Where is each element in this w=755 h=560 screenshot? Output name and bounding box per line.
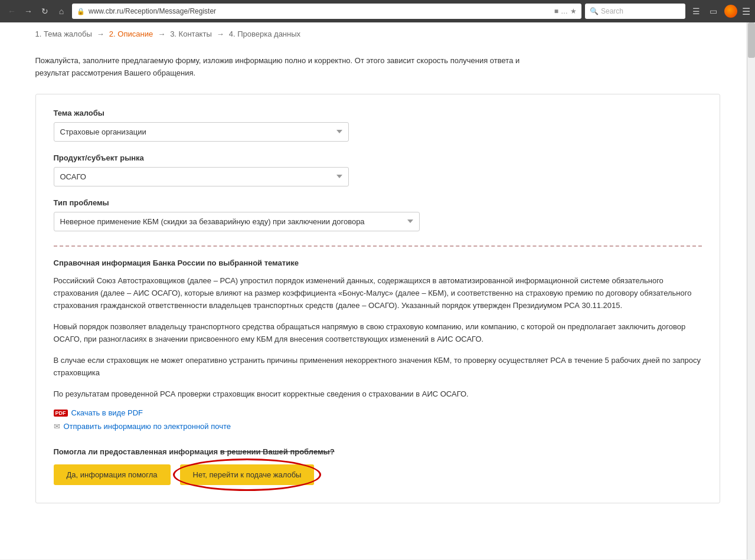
produkt-group: Продукт/субъект рынка ОСАГО <box>54 153 702 186</box>
star-icon: ★ <box>570 7 577 15</box>
info-para-3: В случае если страховщик не может операт… <box>54 354 702 379</box>
step-2: 2. Описание <box>109 30 153 38</box>
forward-button[interactable]: → <box>21 4 35 18</box>
address-text: www.cbr.ru/Reception/Message/Register <box>89 7 551 15</box>
synced-tabs-icon[interactable]: ▭ <box>707 5 720 17</box>
search-icon: 🔍 <box>590 7 599 15</box>
info-title: Справочная информация Банка России по вы… <box>54 258 702 267</box>
pdf-icon: PDF <box>54 410 68 417</box>
pdf-link[interactable]: PDF Скачать в виде PDF <box>54 408 702 417</box>
info-para-2: Новый порядок позволяет владельцу трансп… <box>54 320 702 346</box>
reload-button[interactable]: ↻ <box>38 4 52 18</box>
tip-label: Тип проблемы <box>54 198 702 207</box>
email-link[interactable]: ✉ Отправить информацию по электронной по… <box>54 422 702 431</box>
intro-paragraph: Пожалуйста, заполните предлагаемую форму… <box>35 56 520 77</box>
lock-icon: 🔒 <box>77 8 85 15</box>
bookmarks-icon[interactable]: ☰ <box>690 5 702 17</box>
search-placeholder: Search <box>601 7 623 15</box>
tema-label: Тема жалобы <box>54 109 702 117</box>
page-wrapper: 1. Тема жалобы → 2. Описание → 3. Контак… <box>0 22 755 559</box>
step-3: 3. Контакты <box>170 30 212 38</box>
no-button-wrapper: Нет, перейти к подаче жалобы <box>180 464 315 485</box>
tip-select[interactable]: Неверное применение КБМ (скидки за безав… <box>54 212 420 231</box>
toolbar-right: 🔍 Search ☰ ▭ ☰ <box>585 4 750 19</box>
no-button[interactable]: Нет, перейти к подаче жалобы <box>180 464 315 485</box>
tip-group: Тип проблемы Неверное применение КБМ (ск… <box>54 198 702 231</box>
tema-select[interactable]: Страховые организации <box>54 122 349 142</box>
bookmark-icon: ■ <box>554 7 558 15</box>
section-divider <box>54 245 702 247</box>
address-bar[interactable]: 🔒 www.cbr.ru/Reception/Message/Register … <box>72 4 581 19</box>
browser-toolbar: ← → ↻ ⌂ 🔒 www.cbr.ru/Reception/Message/R… <box>0 0 755 22</box>
buttons-row: Да, информация помогла Нет, перейти к по… <box>54 464 702 485</box>
info-section: Справочная информация Банка России по вы… <box>54 258 702 431</box>
question-text: Помогла ли предоставленная информация в … <box>54 447 702 456</box>
form-card: Тема жалобы Страховые организации Продук… <box>35 94 720 504</box>
arrow-3: → <box>217 30 224 38</box>
question-section: Помогла ли предоставленная информация в … <box>54 447 702 485</box>
info-para-1: Российский Союз Автостраховщиков (далее … <box>54 274 702 312</box>
envelope-icon: ✉ <box>54 422 60 431</box>
content-area: 1. Тема жалобы → 2. Описание → 3. Контак… <box>12 22 744 503</box>
hamburger-menu[interactable]: ☰ <box>742 6 750 17</box>
home-button[interactable]: ⌂ <box>54 4 68 18</box>
back-button[interactable]: ← <box>5 4 19 18</box>
produkt-select[interactable]: ОСАГО <box>54 167 349 186</box>
arrow-1: → <box>97 30 104 38</box>
search-bar[interactable]: 🔍 Search <box>585 4 685 19</box>
step-4: 4. Проверка данных <box>229 30 300 38</box>
produkt-label: Продукт/субъект рынка <box>54 153 702 162</box>
pdf-label: Скачать в виде PDF <box>71 408 143 417</box>
browser-chrome: ← → ↻ ⌂ 🔒 www.cbr.ru/Reception/Message/R… <box>0 0 755 22</box>
intro-text: Пожалуйста, заполните предлагаемую форму… <box>24 45 555 94</box>
scrollbar-thumb[interactable] <box>748 22 755 58</box>
email-label: Отправить информацию по электронной почт… <box>64 422 231 431</box>
scrollbar[interactable] <box>747 22 755 559</box>
steps-bar: 1. Тема жалобы → 2. Описание → 3. Контак… <box>24 22 732 45</box>
arrow-2: → <box>158 30 165 38</box>
step-1: 1. Тема жалобы <box>35 30 92 38</box>
question-text-content: Помогла ли предоставленная информация в … <box>54 447 335 456</box>
more-icon: … <box>561 7 568 15</box>
nav-buttons: ← → ↻ ⌂ <box>5 4 68 18</box>
address-icons: ■ … ★ <box>554 7 577 15</box>
yes-button[interactable]: Да, информация помогла <box>54 464 171 485</box>
tema-group: Тема жалобы Страховые организации <box>54 109 702 142</box>
firefox-icon <box>724 5 737 18</box>
info-para-4: По результатам проведенной РСА проверки … <box>54 388 702 400</box>
